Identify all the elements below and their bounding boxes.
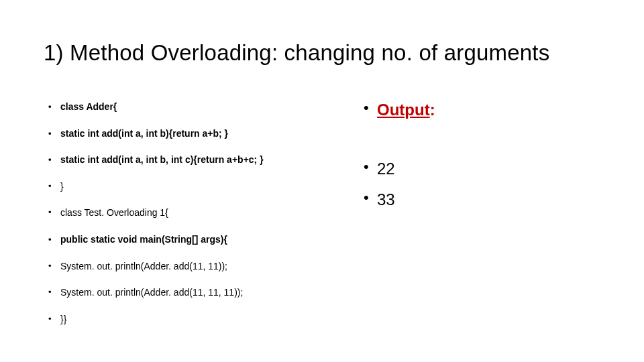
- output-heading: Output:: [377, 101, 435, 119]
- code-line: System. out. println(Adder. add(11, 11, …: [47, 286, 335, 300]
- slide-title: 1) Method Overloading: changing no. of a…: [44, 40, 549, 66]
- code-line: class Adder{: [47, 101, 335, 114]
- output-heading-list: Output:: [362, 101, 577, 119]
- code-line: static int add(int a, int b, int c){retu…: [47, 154, 335, 167]
- output-value: 33: [377, 190, 395, 208]
- code-line: System. out. println(Adder. add(11, 11))…: [47, 260, 335, 274]
- output-value-item: 33: [362, 190, 577, 209]
- code-line: class Test. Overloading 1{: [47, 206, 335, 220]
- output-heading-item: Output:: [362, 101, 577, 119]
- output-heading-text: Output: [377, 101, 430, 119]
- output-value: 22: [377, 160, 395, 178]
- slide: 1) Method Overloading: changing no. of a…: [0, 0, 644, 362]
- code-line: static int add(int a, int b){return a+b;…: [47, 127, 335, 141]
- output-column: Output: 22 33: [362, 101, 577, 221]
- output-heading-colon: :: [430, 101, 435, 119]
- code-line: public static void main(String[] args){: [47, 233, 335, 247]
- code-line: }}: [47, 313, 335, 326]
- output-values-section: 22 33: [362, 160, 577, 209]
- output-values-list: 22 33: [362, 160, 577, 209]
- output-value-item: 22: [362, 160, 577, 178]
- code-line: }: [47, 180, 335, 194]
- code-list: class Adder{ static int add(int a, int b…: [47, 101, 335, 326]
- code-column: class Adder{ static int add(int a, int b…: [47, 101, 335, 339]
